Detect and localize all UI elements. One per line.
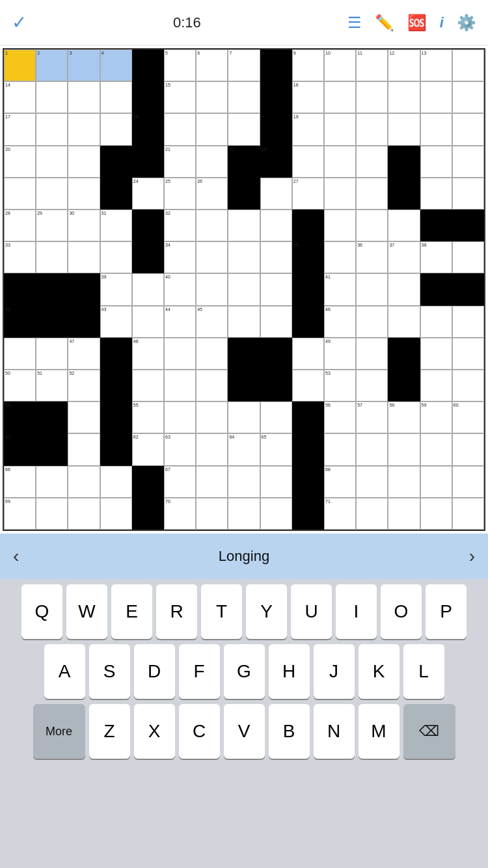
key-I[interactable]: I [336, 584, 377, 639]
cell-8-2[interactable] [68, 306, 100, 338]
cell-0-8[interactable]: 8 [260, 49, 292, 81]
cell-13-11[interactable] [356, 466, 388, 498]
key-F[interactable]: F [179, 644, 220, 699]
cell-8-13[interactable] [420, 306, 452, 338]
cell-2-2[interactable] [68, 113, 100, 145]
cell-7-7[interactable] [228, 273, 260, 305]
prev-clue-button[interactable]: ‹ [13, 546, 19, 567]
cell-1-1[interactable] [36, 81, 68, 113]
cell-6-13[interactable]: 38 [420, 241, 452, 273]
cell-1-9[interactable]: 16 [292, 81, 324, 113]
check-icon[interactable]: ✓ [12, 12, 27, 33]
cell-8-9[interactable] [292, 306, 324, 338]
cell-3-2[interactable] [68, 146, 100, 178]
cell-6-14[interactable] [452, 241, 484, 273]
cell-14-6[interactable] [196, 498, 228, 530]
cell-12-14[interactable] [452, 433, 484, 465]
cell-4-14[interactable] [452, 178, 484, 210]
cell-4-10[interactable] [324, 178, 356, 210]
cell-9-9[interactable] [292, 338, 324, 370]
cell-6-7[interactable] [228, 241, 260, 273]
cell-2-3[interactable] [100, 113, 132, 145]
cell-13-4[interactable] [132, 466, 164, 498]
cell-7-4[interactable] [132, 273, 164, 305]
key-X[interactable]: X [134, 704, 175, 759]
cell-12-10[interactable] [324, 433, 356, 465]
cell-9-7[interactable] [228, 338, 260, 370]
key-V[interactable]: V [224, 704, 265, 759]
cell-14-8[interactable] [260, 498, 292, 530]
cell-1-10[interactable] [324, 81, 356, 113]
cell-10-3[interactable] [100, 370, 132, 401]
cell-5-0[interactable]: 28 [4, 210, 36, 241]
cell-10-7[interactable] [228, 370, 260, 401]
cell-7-10[interactable]: 41 [324, 273, 356, 305]
cell-3-0[interactable]: 20 [4, 146, 36, 178]
cell-5-11[interactable] [356, 210, 388, 241]
cell-4-4[interactable]: 24 [132, 178, 164, 210]
cell-13-3[interactable] [100, 466, 132, 498]
cell-13-9[interactable] [292, 466, 324, 498]
cell-7-14[interactable] [452, 273, 484, 305]
key-H[interactable]: H [269, 644, 310, 699]
cell-6-0[interactable]: 33 [4, 241, 36, 273]
cell-0-11[interactable]: 11 [356, 49, 388, 81]
cell-14-13[interactable] [420, 498, 452, 530]
cell-7-6[interactable] [196, 273, 228, 305]
key-Y[interactable]: Y [246, 584, 287, 639]
cell-1-5[interactable]: 15 [164, 81, 196, 113]
cell-14-1[interactable] [36, 498, 68, 530]
key-U[interactable]: U [291, 584, 332, 639]
cell-14-10[interactable]: 71 [324, 498, 356, 530]
cell-2-10[interactable] [324, 113, 356, 145]
cell-8-1[interactable] [36, 306, 68, 338]
key-O[interactable]: O [381, 584, 422, 639]
cell-1-7[interactable] [228, 81, 260, 113]
cell-10-10[interactable]: 53 [324, 370, 356, 401]
cell-6-4[interactable] [132, 241, 164, 273]
cell-11-2[interactable] [68, 401, 100, 433]
cell-0-1[interactable]: 2 [36, 49, 68, 81]
cell-9-2[interactable]: 47 [68, 338, 100, 370]
cell-7-0[interactable] [4, 273, 36, 305]
cell-7-9[interactable] [292, 273, 324, 305]
key-delete[interactable]: ⌫ [403, 704, 455, 759]
cell-1-6[interactable] [196, 81, 228, 113]
key-Z[interactable]: Z [89, 704, 130, 759]
cell-12-2[interactable] [68, 433, 100, 465]
cell-12-9[interactable] [292, 433, 324, 465]
cell-4-9[interactable]: 27 [292, 178, 324, 210]
cell-2-11[interactable] [356, 113, 388, 145]
cell-6-1[interactable] [36, 241, 68, 273]
cell-0-5[interactable]: 5 [164, 49, 196, 81]
cell-7-3[interactable]: 39 [100, 273, 132, 305]
cell-10-5[interactable] [164, 370, 196, 401]
cell-10-6[interactable] [196, 370, 228, 401]
cell-3-14[interactable] [452, 146, 484, 178]
cell-5-9[interactable] [292, 210, 324, 241]
key-C[interactable]: C [179, 704, 220, 759]
cell-5-1[interactable]: 29 [36, 210, 68, 241]
cell-8-5[interactable]: 44 [164, 306, 196, 338]
cell-8-3[interactable]: 43 [100, 306, 132, 338]
cell-8-8[interactable] [260, 306, 292, 338]
cell-4-11[interactable] [356, 178, 388, 210]
cell-9-8[interactable] [260, 338, 292, 370]
cell-10-2[interactable]: 52 [68, 370, 100, 401]
key-G[interactable]: G [224, 644, 265, 699]
cell-3-11[interactable] [356, 146, 388, 178]
cell-11-1[interactable] [36, 401, 68, 433]
cell-13-10[interactable]: 68 [324, 466, 356, 498]
cell-2-12[interactable] [388, 113, 420, 145]
cell-0-10[interactable]: 10 [324, 49, 356, 81]
cell-1-4[interactable] [132, 81, 164, 113]
cell-3-1[interactable] [36, 146, 68, 178]
cell-5-5[interactable]: 32 [164, 210, 196, 241]
cell-6-8[interactable] [260, 241, 292, 273]
cell-13-14[interactable] [452, 466, 484, 498]
cell-0-0[interactable]: 1 [4, 49, 36, 81]
cell-6-9[interactable]: 35 [292, 241, 324, 273]
cell-11-5[interactable] [164, 401, 196, 433]
cell-4-7[interactable] [228, 178, 260, 210]
settings-icon[interactable]: ⚙️ [457, 14, 476, 32]
